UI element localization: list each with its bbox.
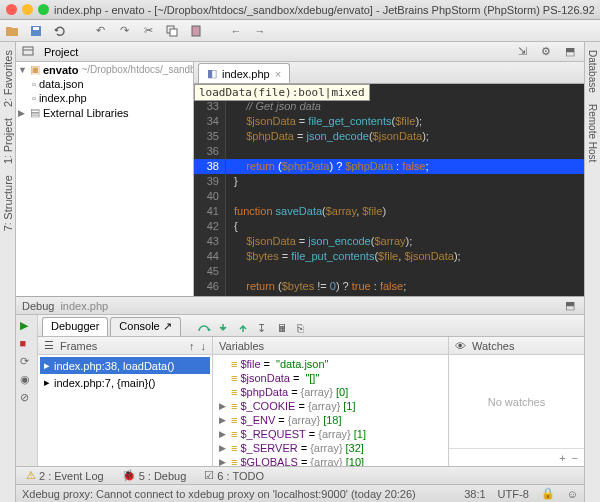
line-number[interactable]: 45 (194, 264, 226, 279)
hide-icon[interactable]: ⬒ (562, 44, 578, 60)
paste-icon[interactable] (188, 23, 204, 39)
redo-icon[interactable]: ↷ (116, 23, 132, 39)
tab-debugger[interactable]: Debugger (42, 317, 108, 336)
remove-watch-icon[interactable]: − (572, 452, 578, 464)
line-number[interactable]: 35 (194, 129, 226, 144)
chevron-right-icon[interactable]: ▶ (219, 415, 228, 425)
code-line[interactable]: 34 $jsonData = file_get_contents($file); (194, 114, 584, 129)
bottom-event-log[interactable]: ⚠2: Event Log (22, 469, 108, 482)
refresh-icon[interactable] (52, 23, 68, 39)
line-number[interactable]: 38 (194, 159, 226, 174)
watches-icon: 👁 (455, 340, 466, 352)
inspector-icon[interactable]: ☺ (567, 488, 578, 500)
open-icon[interactable] (4, 23, 20, 39)
restart-icon[interactable]: ⟳ (20, 355, 34, 369)
chevron-right-icon[interactable]: ▶ (18, 108, 27, 118)
caret-position[interactable]: 38:1 (464, 488, 485, 500)
line-number[interactable]: 39 (194, 174, 226, 189)
evaluate-icon[interactable]: 🖩 (277, 322, 291, 336)
code-line[interactable]: 33 // Get json data (194, 99, 584, 114)
tab-console[interactable]: Console ↗ (110, 317, 180, 336)
run-to-cursor-icon[interactable]: ↧ (257, 322, 271, 336)
line-number[interactable]: 42 (194, 219, 226, 234)
forward-icon[interactable]: → (252, 23, 268, 39)
line-number[interactable]: 44 (194, 249, 226, 264)
back-icon[interactable]: ← (228, 23, 244, 39)
code-line[interactable]: 47} (194, 294, 584, 296)
code-line[interactable]: 40 (194, 189, 584, 204)
chevron-right-icon[interactable]: ▶ (219, 443, 228, 453)
mute-breakpoints-icon[interactable]: ⊘ (20, 391, 34, 405)
prev-frame-icon[interactable]: ↑ (189, 340, 195, 352)
chevron-right-icon[interactable]: ▶ (219, 401, 228, 411)
variable-row[interactable]: ▶≡ $_ENV = {array} [18] (215, 413, 446, 427)
line-number[interactable]: 41 (194, 204, 226, 219)
collapse-icon[interactable]: ⇲ (514, 44, 530, 60)
resume-icon[interactable]: ▶ (20, 319, 34, 333)
line-number[interactable]: 47 (194, 294, 226, 296)
step-over-icon[interactable] (197, 322, 211, 336)
close-tab-icon[interactable]: × (275, 68, 281, 80)
view-breakpoints-icon[interactable]: ◉ (20, 373, 34, 387)
sidetab-project[interactable]: 1: Project (1, 114, 15, 168)
variable-row[interactable]: ▶≡ $_COOKIE = {array} [1] (215, 399, 446, 413)
line-number[interactable]: 46 (194, 279, 226, 294)
code-line[interactable]: 36 (194, 144, 584, 159)
tree-file[interactable]: ▫ index.php (16, 91, 193, 105)
frame-row[interactable]: ▸index.php:38, loadData() (40, 357, 210, 374)
variable-row[interactable]: ▶≡ $GLOBALS = {array} [10] (215, 455, 446, 466)
chevron-down-icon[interactable]: ▼ (18, 65, 27, 75)
gear-icon[interactable]: ⚙ (538, 44, 554, 60)
sidetab-structure[interactable]: 7: Structure (1, 171, 15, 235)
sidetab-database[interactable]: Database (586, 46, 599, 97)
code-line[interactable]: 43 $jsonData = json_encode($array); (194, 234, 584, 249)
tree-external[interactable]: ▶ ▤ External Libraries (16, 105, 193, 120)
line-number[interactable]: 33 (194, 99, 226, 114)
code-line[interactable]: 42{ (194, 219, 584, 234)
code-line[interactable]: 45 (194, 264, 584, 279)
chevron-right-icon[interactable]: ▶ (219, 457, 228, 466)
step-into-icon[interactable] (217, 322, 231, 336)
project-tree[interactable]: ▼ ▣ envato ~/Dropbox/htdocs/_sandbox/xde… (16, 62, 194, 296)
variable-row[interactable]: ≡ $file = "data.json" (215, 357, 446, 371)
cut-icon[interactable]: ✂ (140, 23, 156, 39)
show-execution-icon[interactable]: ⎘ (297, 322, 311, 336)
line-number[interactable]: 34 (194, 114, 226, 129)
add-watch-icon[interactable]: + (559, 452, 565, 464)
code-line[interactable]: 39} (194, 174, 584, 189)
save-icon[interactable] (28, 23, 44, 39)
minimize-icon[interactable] (22, 4, 33, 15)
variable-row[interactable]: ≡ $phpData = {array} [0] (215, 385, 446, 399)
sidetab-favorites[interactable]: 2: Favorites (1, 46, 15, 111)
copy-icon[interactable] (164, 23, 180, 39)
maximize-icon[interactable] (38, 4, 49, 15)
code-line[interactable]: 41function saveData($array, $file) (194, 204, 584, 219)
code-line[interactable]: 44 $bytes = file_put_contents($file, $js… (194, 249, 584, 264)
step-out-icon[interactable] (237, 322, 251, 336)
lock-icon[interactable]: 🔒 (541, 487, 555, 500)
frame-row[interactable]: ▸index.php:7, {main}() (40, 374, 210, 391)
code-area[interactable]: 3233 // Get json data34 $jsonData = file… (194, 84, 584, 296)
encoding[interactable]: UTF-8 (498, 488, 529, 500)
line-number[interactable]: 40 (194, 189, 226, 204)
tree-file[interactable]: ▫ data.json (16, 77, 193, 91)
tree-root[interactable]: ▼ ▣ envato ~/Dropbox/htdocs/_sandbox/xde… (16, 62, 193, 77)
chevron-right-icon[interactable]: ▶ (219, 429, 228, 439)
close-icon[interactable] (6, 4, 17, 15)
next-frame-icon[interactable]: ↓ (201, 340, 207, 352)
variable-row[interactable]: ▶≡ $_REQUEST = {array} [1] (215, 427, 446, 441)
line-number[interactable]: 36 (194, 144, 226, 159)
variable-row[interactable]: ≡ $jsonData = "[]" (215, 371, 446, 385)
code-line[interactable]: 46 return ($bytes != 0) ? true : false; (194, 279, 584, 294)
sidetab-remote-host[interactable]: Remote Host (586, 100, 599, 166)
code-line[interactable]: 35 $phpData = json_decode($jsonData); (194, 129, 584, 144)
code-line[interactable]: 38 return ($phpData) ? $phpData : false; (194, 159, 584, 174)
hide-debug-icon[interactable]: ⬒ (562, 298, 578, 314)
stop-icon[interactable]: ■ (20, 337, 34, 351)
bottom-todo[interactable]: ☑6: TODO (200, 469, 268, 482)
undo-icon[interactable]: ↶ (92, 23, 108, 39)
editor-tab[interactable]: ◧ index.php × (198, 63, 290, 83)
line-number[interactable]: 43 (194, 234, 226, 249)
bottom-debug[interactable]: 🐞5: Debug (118, 469, 191, 482)
variable-row[interactable]: ▶≡ $_SERVER = {array} [32] (215, 441, 446, 455)
